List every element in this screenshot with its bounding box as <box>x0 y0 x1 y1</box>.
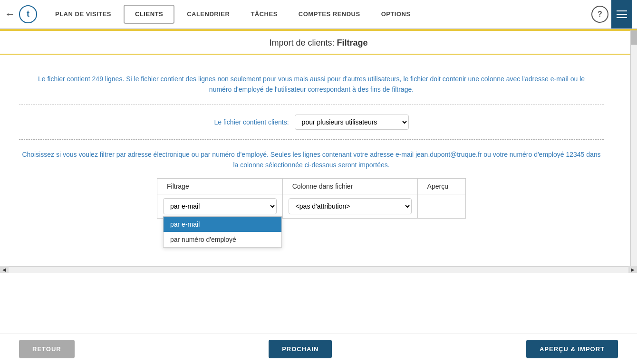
colonne-cell: <pas d'attribution> <box>282 194 417 218</box>
main-content: Import de clients: Filtrage Le fichier c… <box>0 30 637 335</box>
page-title: Import de clients: Filtrage <box>0 30 637 55</box>
divider-2 <box>19 139 604 140</box>
help-button[interactable]: ? <box>591 6 608 23</box>
filter-row: par e-mail par numéro d'employé par e-ma… <box>157 194 466 218</box>
col-header-filtrage: Filtrage <box>157 178 283 194</box>
content-area: Le fichier contient 249 lignes. Si le fi… <box>0 55 623 238</box>
scrollbar-right[interactable] <box>630 30 637 268</box>
menu-line-2 <box>617 14 627 15</box>
title-bold: Filtrage <box>337 38 368 48</box>
info-text: Le fichier contient 249 lignes. Si le fi… <box>26 74 597 95</box>
navbar: ← t PLAN DE VISITES CLIENTS CALENDRIER T… <box>0 0 637 29</box>
nav-item-plan[interactable]: PLAN DE VISITES <box>45 0 122 29</box>
nav-item-clients[interactable]: CLIENTS <box>124 5 174 24</box>
filtrage-select[interactable]: par e-mail par numéro d'employé <box>163 198 277 214</box>
filter-table: Filtrage Colonne dans fichier Aperçu par… <box>157 178 466 219</box>
nav-item-comptes[interactable]: COMPTES RENDUS <box>288 0 371 29</box>
col-header-colonne: Colonne dans fichier <box>282 178 417 194</box>
dropdown-item-employe[interactable]: par numéro d'employé <box>164 232 281 247</box>
apercu-cell <box>417 194 465 218</box>
divider-1 <box>19 105 604 105</box>
nav-item-calendrier[interactable]: CALENDRIER <box>176 0 240 29</box>
fichier-label: Le fichier contient clients: <box>214 118 289 126</box>
menu-button[interactable] <box>611 0 632 29</box>
nav-item-taches[interactable]: TÂCHES <box>240 0 288 29</box>
filter-info: Choisissez si vous voulez filtrer par ad… <box>19 149 604 171</box>
hscroll-left-arrow[interactable]: ◀ <box>0 266 9 273</box>
back-button[interactable]: ← <box>5 8 15 20</box>
fichier-select[interactable]: pour moi seul pour plusieurs utilisateur… <box>295 115 409 130</box>
nav-items: PLAN DE VISITES CLIENTS CALENDRIER TÂCHE… <box>45 0 591 29</box>
nav-right: ? <box>591 0 632 29</box>
fichier-row: Le fichier contient clients: pour moi se… <box>19 115 604 130</box>
colonne-select[interactable]: <pas d'attribution> <box>289 198 412 214</box>
hscroll-bar: ◀ ▶ <box>0 266 637 273</box>
filtrage-select-wrapper: par e-mail par numéro d'employé par e-ma… <box>163 198 277 214</box>
nav-item-options[interactable]: OPTIONS <box>371 0 421 29</box>
filtrage-cell: par e-mail par numéro d'employé par e-ma… <box>157 194 283 218</box>
dropdown-item-email[interactable]: par e-mail <box>164 217 281 232</box>
menu-line-1 <box>617 10 627 11</box>
filter-section: Choisissez si vous voulez filtrer par ad… <box>19 149 604 219</box>
hscroll-right-arrow[interactable]: ▶ <box>628 266 637 273</box>
filtrage-dropdown: par e-mail par numéro d'employé <box>163 216 282 248</box>
logo: t <box>19 5 37 23</box>
col-header-apercu: Aperçu <box>417 178 465 194</box>
menu-line-3 <box>617 17 627 18</box>
scrollbar-thumb[interactable] <box>631 30 637 45</box>
title-prefix: Import de clients: <box>269 38 337 48</box>
back-arrow-icon: ← <box>5 8 15 20</box>
footer-bar: RETOUR PROCHAIN APERÇU & IMPORT <box>0 334 637 335</box>
